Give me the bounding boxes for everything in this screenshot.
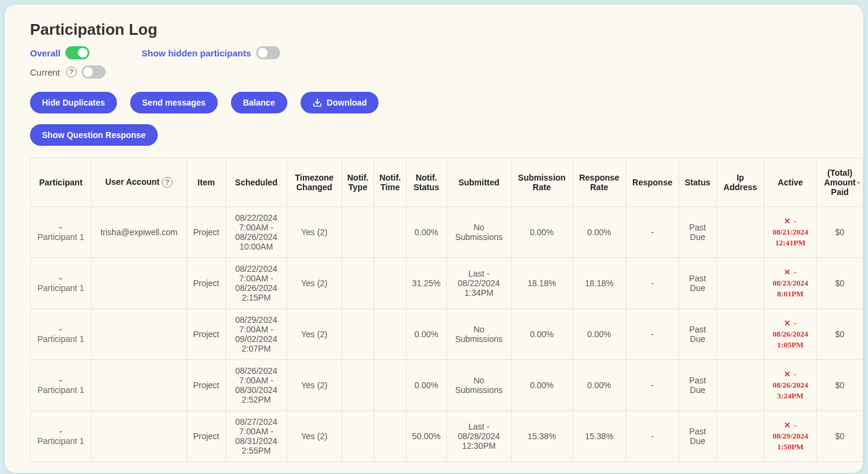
scheduled-cell: 08/26/2024 7:00AM - 08/30/2024 2:52PM: [226, 360, 287, 411]
ip-address-cell: [716, 360, 764, 411]
notif-time-cell: [374, 309, 406, 360]
x-icon: ✕: [784, 268, 791, 277]
ip-address-cell: [716, 207, 764, 258]
column-header[interactable]: Status: [678, 158, 716, 207]
submitted-cell: No Submissions: [446, 309, 511, 360]
table-body: ⌄Participant 1trisha@expiwell.comProject…: [31, 207, 864, 462]
column-header[interactable]: Active: [764, 158, 817, 207]
item-cell: Project: [187, 207, 226, 258]
x-icon: ✕: [784, 370, 791, 379]
amount-paid-cell: $0: [816, 411, 863, 462]
submitted-cell: Last - 08/22/2024 1:34PM: [446, 258, 511, 309]
chevron-down-icon: ⌄: [35, 223, 86, 230]
submitted-cell: No Submissions: [446, 207, 511, 258]
column-header[interactable]: Response Rate: [572, 158, 626, 207]
participant-cell[interactable]: ⌄Participant 1: [31, 258, 92, 309]
submission-rate-cell: 15.38%: [511, 411, 572, 462]
chevron-down-icon: ⌄: [35, 427, 86, 434]
submission-rate-cell: 18.18%: [511, 258, 572, 309]
column-header[interactable]: (Total) Amount Paid▾: [816, 158, 863, 207]
column-header[interactable]: Scheduled: [226, 158, 287, 207]
column-header[interactable]: Submitted: [446, 158, 511, 207]
sort-icon: ▾: [857, 179, 860, 186]
item-cell: Project: [187, 258, 226, 309]
show-hidden-toggle[interactable]: [256, 46, 280, 59]
header-area: Participation Log Overall Current ? Show…: [5, 20, 863, 146]
toggle-column-left: Overall Current ?: [30, 46, 106, 79]
response-cell: -: [626, 309, 679, 360]
column-header[interactable]: User Account?: [91, 158, 187, 207]
status-cell: Past Due: [678, 411, 716, 462]
current-toggle-group: Current ?: [30, 65, 106, 79]
column-header[interactable]: Notif. Type: [342, 158, 374, 207]
chevron-down-icon: ⌄: [35, 274, 86, 281]
chevron-down-icon: ⌄: [35, 376, 86, 383]
notif-status-cell: 50.00%: [406, 411, 446, 462]
submission-rate-cell: 0.00%: [511, 309, 572, 360]
response-cell: -: [626, 258, 679, 309]
participant-name: Participant 1: [37, 385, 84, 395]
notif-time-cell: [374, 258, 406, 309]
download-icon: [313, 98, 322, 107]
amount-paid-cell: $0: [816, 309, 863, 360]
participant-name: Participant 1: [37, 334, 84, 344]
column-header[interactable]: Item: [187, 158, 226, 207]
user-account-help-icon[interactable]: ?: [162, 177, 173, 188]
x-icon: ✕: [784, 319, 791, 328]
timezone-changed-cell: Yes (2): [287, 207, 342, 258]
column-header[interactable]: Notif. Time: [374, 158, 406, 207]
overall-label: Overall: [30, 48, 61, 58]
participant-cell[interactable]: ⌄Participant 1: [31, 207, 92, 258]
column-header[interactable]: Ip Address: [716, 158, 764, 207]
notif-type-cell: [342, 207, 374, 258]
current-toggle[interactable]: [82, 65, 106, 79]
user-account-cell: [91, 309, 187, 360]
response-cell: -: [626, 360, 679, 411]
participant-name: Participant 1: [37, 232, 84, 242]
column-header[interactable]: Timezone Changed: [287, 158, 342, 207]
scheduled-cell: 08/22/2024 7:00AM - 08/26/2024 2:15PM: [226, 258, 287, 309]
response-rate-cell: 0.00%: [572, 207, 626, 258]
participation-log-panel: Participation Log Overall Current ? Show…: [5, 5, 863, 473]
table-row: ⌄Participant 1Project08/26/2024 7:00AM -…: [31, 360, 864, 411]
participant-cell[interactable]: ⌄Participant 1: [31, 360, 92, 411]
status-cell: Past Due: [678, 258, 716, 309]
item-cell: Project: [187, 360, 226, 411]
button-row-1: Hide Duplicates Send messages Balance Do…: [30, 92, 838, 113]
overall-toggle[interactable]: [65, 46, 89, 59]
user-account-cell: trisha@expiwell.com: [91, 207, 187, 258]
notif-status-cell: 0.00%: [406, 309, 446, 360]
response-rate-cell: 15.38%: [572, 411, 626, 462]
send-messages-button[interactable]: Send messages: [130, 92, 218, 113]
column-header[interactable]: Submission Rate: [511, 158, 572, 207]
x-icon: ✕: [784, 217, 791, 226]
balance-button[interactable]: Balance: [231, 92, 287, 113]
column-header[interactable]: Participant: [31, 158, 92, 207]
hide-duplicates-button[interactable]: Hide Duplicates: [30, 92, 117, 113]
response-rate-cell: 0.00%: [572, 309, 626, 360]
active-timestamp: 08/26/2024 1:05PM: [773, 329, 808, 349]
column-header[interactable]: Notif. Status: [406, 158, 446, 207]
scheduled-cell: 08/29/2024 7:00AM - 09/02/2024 2:07PM: [226, 309, 287, 360]
current-help-icon[interactable]: ?: [66, 67, 77, 77]
ip-address-cell: [716, 411, 764, 462]
active-timestamp: 08/29/2024 1:50PM: [773, 431, 808, 451]
table-scroll-container[interactable]: ParticipantUser Account?ItemScheduledTim…: [5, 158, 863, 467]
response-cell: -: [626, 207, 679, 258]
participant-cell[interactable]: ⌄Participant 1: [31, 411, 92, 462]
timezone-changed-cell: Yes (2): [287, 309, 342, 360]
status-cell: Past Due: [678, 309, 716, 360]
participant-cell[interactable]: ⌄Participant 1: [31, 309, 92, 360]
column-header[interactable]: Response: [626, 158, 679, 207]
table-header: ParticipantUser Account?ItemScheduledTim…: [31, 158, 864, 207]
notif-type-cell: [342, 411, 374, 462]
active-cell: ✕ - 08/26/2024 3:24PM: [764, 360, 817, 411]
timezone-changed-cell: Yes (2): [287, 258, 342, 309]
amount-paid-cell: $0: [816, 360, 863, 411]
user-account-cell: [91, 360, 187, 411]
item-cell: Project: [187, 411, 226, 462]
ip-address-cell: [716, 309, 764, 360]
notif-type-cell: [342, 258, 374, 309]
download-button[interactable]: Download: [301, 92, 379, 113]
show-question-response-button[interactable]: Show Question Response: [30, 124, 158, 146]
